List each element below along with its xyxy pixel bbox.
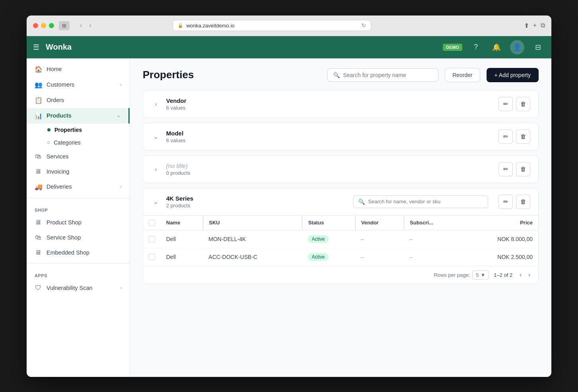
sidebar-item-orders[interactable]: 📋 Orders xyxy=(27,93,130,108)
row2-name: Dell xyxy=(161,248,203,266)
page-info: 1–2 of 2 xyxy=(494,272,512,278)
layout-icon[interactable]: ⊟ xyxy=(531,40,545,54)
product-table: Name SKU Status Vendor xyxy=(143,215,538,266)
shield-icon: 🛡 xyxy=(35,284,42,292)
status-col-label: Status xyxy=(308,220,324,226)
name-column-header: Name xyxy=(161,215,203,230)
reload-icon[interactable]: ↻ xyxy=(361,22,366,29)
back-button[interactable]: ‹ xyxy=(78,20,84,31)
forward-button[interactable]: › xyxy=(87,20,93,31)
4kseries-edit-button[interactable]: ✏ xyxy=(498,195,513,209)
reorder-button[interactable]: Reorder xyxy=(445,68,480,82)
chevron-right-icon: › xyxy=(120,184,122,189)
notifications-icon[interactable]: 🔔 xyxy=(489,40,504,54)
rows-per-page: Rows per page: 5 ▼ xyxy=(434,270,489,280)
4kseries-search-box[interactable]: 🔍 xyxy=(353,195,488,208)
address-bar[interactable]: 🔒 wonka.zaveitdemo.io ↻ xyxy=(173,20,371,31)
notitle-edit-button[interactable]: ✏ xyxy=(498,162,513,176)
traffic-lights xyxy=(33,23,54,28)
sidebar-sub-item-properties[interactable]: Properties xyxy=(27,124,130,136)
sidebar-item-embedded-shop[interactable]: 🖥 Embedded Shop xyxy=(27,245,130,260)
sidebar-item-products[interactable]: 📊 Products ⌄ xyxy=(27,108,130,124)
row1-subscri-dash: – xyxy=(409,236,413,242)
4kseries-property-values: 2 products xyxy=(166,203,347,209)
row2-checkbox[interactable] xyxy=(149,254,155,260)
name-col-label: Name xyxy=(166,220,180,226)
row2-price: NOK 2.500,00 xyxy=(462,248,538,266)
vendor-property-header: › Vendor 6 values ✏ 🗑 xyxy=(143,91,538,118)
content-area: › Vendor 6 values ✏ 🗑 xyxy=(130,90,551,301)
sidebar-item-label: Service Shop xyxy=(47,234,81,241)
rows-per-page-select[interactable]: 5 ▼ xyxy=(472,270,489,280)
chevron-down-icon: ⌄ xyxy=(116,113,120,118)
sidebar-item-product-shop[interactable]: 🖥 Product Shop xyxy=(27,215,130,230)
notitle-property-values: 0 products xyxy=(166,170,493,176)
new-tab-icon[interactable]: + xyxy=(533,22,537,29)
help-icon[interactable]: ? xyxy=(469,40,483,54)
4kseries-delete-button[interactable]: 🗑 xyxy=(516,195,530,209)
notitle-delete-button[interactable]: 🗑 xyxy=(516,162,530,176)
rows-per-page-value: 5 xyxy=(476,272,479,278)
row2-vendor-dash: – xyxy=(361,254,364,260)
duplicate-icon[interactable]: ⧉ xyxy=(541,22,545,29)
close-button[interactable] xyxy=(33,23,38,28)
add-property-button[interactable]: + Add property xyxy=(487,68,539,82)
property-search-box[interactable]: 🔍 xyxy=(327,68,438,82)
model-edit-button[interactable]: ✏ xyxy=(498,129,513,144)
products-icon: 📊 xyxy=(35,112,42,120)
model-delete-button[interactable]: 🗑 xyxy=(516,129,530,144)
row1-checkbox[interactable] xyxy=(149,236,155,242)
model-property-info: Model 6 values xyxy=(166,130,493,143)
sidebar-item-service-shop[interactable]: 🛍 Service Shop xyxy=(27,230,130,245)
vendor-expand-button[interactable]: › xyxy=(151,99,161,109)
select-all-checkbox[interactable] xyxy=(149,220,155,226)
row2-sku: ACC-DOCK-USB-C xyxy=(203,248,303,266)
sidebar-item-services[interactable]: 🛍 Services xyxy=(27,149,130,164)
sidebar-item-customers[interactable]: 👥 Customers › xyxy=(27,77,130,93)
next-page-button[interactable]: › xyxy=(526,270,533,279)
sidebar-item-vulnerability-scan[interactable]: 🛡 Vulnerability Scan › xyxy=(27,280,130,295)
maximize-button[interactable] xyxy=(49,23,54,28)
deliveries-icon: 🚚 xyxy=(35,183,42,191)
price-col-label: Price xyxy=(520,220,533,226)
chevron-right-icon: › xyxy=(120,285,122,291)
subscri-column-header: Subscri... xyxy=(404,215,462,230)
service-shop-icon: 🛍 xyxy=(35,234,42,241)
vendor-property-name: Vendor xyxy=(166,97,493,104)
model-expand-button[interactable]: ⌄ xyxy=(151,132,161,141)
4kseries-property-actions: ✏ 🗑 xyxy=(498,195,530,209)
rows-select-chevron: ▼ xyxy=(480,272,485,278)
vendor-edit-button[interactable]: ✏ xyxy=(498,97,513,111)
sidebar-item-home[interactable]: 🏠 Home xyxy=(27,62,130,77)
hamburger-menu[interactable]: ☰ xyxy=(33,43,39,52)
subscri-col-label: Subscri... xyxy=(410,220,433,226)
vendor-delete-button[interactable]: 🗑 xyxy=(516,97,530,111)
prev-page-button[interactable]: ‹ xyxy=(517,270,524,279)
4kseries-property-info: 4K Series 2 products xyxy=(166,195,347,209)
sidebar-toggle-btn[interactable]: ⊞ xyxy=(59,21,70,30)
row1-status-badge: Active xyxy=(308,235,329,243)
search-input[interactable] xyxy=(343,72,433,78)
notitle-property-card: › (no title) 0 products ✏ 🗑 xyxy=(143,155,539,183)
share-icon[interactable]: ⬆ xyxy=(524,22,529,29)
pagination-bar: Rows per page: 5 ▼ 1–2 of 2 ‹ › xyxy=(143,266,538,284)
notitle-property-header: › (no title) 0 products ✏ 🗑 xyxy=(143,156,538,183)
sidebar-item-label: Vulnerability Scan xyxy=(47,285,93,291)
user-avatar[interactable]: 👤 xyxy=(510,40,524,54)
main-content: Properties 🔍 Reorder + Add property › xyxy=(130,58,551,377)
notitle-expand-button[interactable]: › xyxy=(151,164,161,174)
4kseries-property-header: ⌄ 4K Series 2 products 🔍 ✏ xyxy=(143,188,538,215)
sidebar-item-deliveries[interactable]: 🚚 Deliveries › xyxy=(27,179,130,195)
row1-vendor-dash: – xyxy=(361,236,364,242)
browser-chrome: ⊞ ‹ › 🔒 wonka.zaveitdemo.io ↻ ⬆ + ⧉ xyxy=(27,15,551,36)
4kseries-expand-button[interactable]: ⌄ xyxy=(151,197,161,207)
4kseries-search-input[interactable] xyxy=(368,199,483,205)
row1-vendor: – xyxy=(355,230,404,248)
model-property-card: ⌄ Model 6 values ✏ 🗑 xyxy=(143,123,539,151)
minimize-button[interactable] xyxy=(41,23,46,28)
row1-subscri: – xyxy=(404,230,462,248)
sidebar-item-label: Customers xyxy=(47,81,74,88)
sidebar-item-label: Embedded Shop xyxy=(47,249,89,256)
sidebar-item-invoicing[interactable]: 🖥 Invoicing xyxy=(27,164,130,179)
sidebar-sub-item-categories[interactable]: Categories xyxy=(27,136,130,149)
